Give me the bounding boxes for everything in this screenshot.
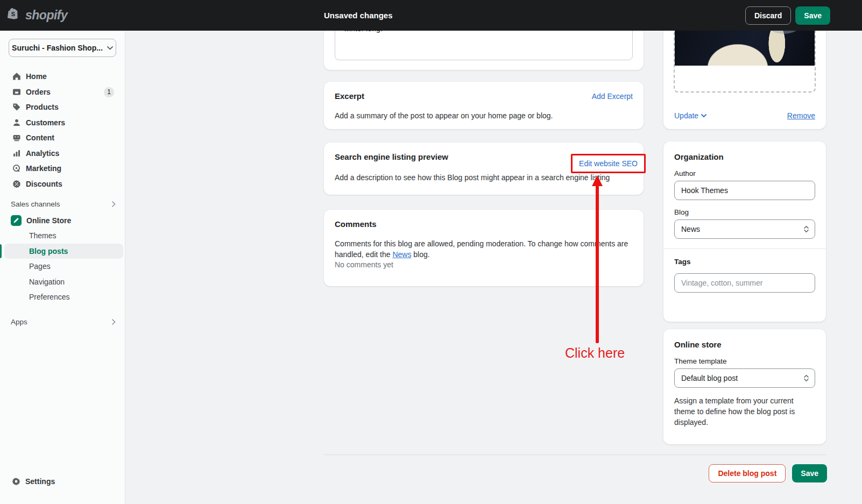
- seo-card: Search engine listing preview Edit websi…: [324, 143, 644, 195]
- theme-template-help: Assign a template from your current them…: [674, 395, 815, 428]
- sidebar-item-online-store[interactable]: Online Store: [0, 213, 125, 228]
- comments-title: Comments: [335, 219, 633, 229]
- online-store-icon: [11, 215, 22, 226]
- sidebar-item-marketing[interactable]: Marketing: [0, 161, 125, 176]
- comments-description: Comments for this blog are allowed, pend…: [335, 239, 633, 260]
- home-icon: [12, 72, 21, 81]
- customers-icon: [12, 118, 21, 127]
- comments-status: No comments yet: [335, 260, 633, 271]
- excerpt-title: Excerpt: [335, 91, 364, 101]
- seo-description: Add a description to see how this Blog p…: [335, 173, 633, 183]
- discard-button[interactable]: Discard: [745, 6, 791, 25]
- main-nav: Home Orders 1 Products Customers Conte: [0, 69, 125, 191]
- sidebar: Suruchi - Fashion Shop... Home Orders 1 …: [0, 31, 125, 504]
- online-store-title: Online store: [674, 340, 815, 349]
- footer-divider: [324, 455, 827, 455]
- chevron-down-icon: [701, 114, 706, 118]
- select-updown-icon: [803, 225, 809, 233]
- blog-label: Blog: [674, 208, 815, 216]
- sidebar-item-home[interactable]: Home: [0, 69, 125, 84]
- topbar: S shopify Unsaved changes Discard Save: [0, 0, 862, 31]
- update-image-dropdown[interactable]: Update: [674, 111, 706, 120]
- online-store-card: Online store Theme template Default blog…: [663, 329, 826, 444]
- delete-blog-post-button[interactable]: Delete blog post: [709, 464, 786, 482]
- author-label: Author: [674, 169, 815, 178]
- excerpt-card: Excerpt Add Excerpt Add a summary of the…: [324, 82, 644, 129]
- analytics-icon: [12, 148, 21, 158]
- chevron-right-icon: [112, 319, 116, 325]
- chevron-down-icon: [107, 46, 113, 50]
- save-button-bottom[interactable]: Save: [792, 464, 827, 482]
- add-excerpt-link[interactable]: Add Excerpt: [592, 92, 633, 101]
- settings-gear-icon: [12, 477, 20, 486]
- organization-title: Organization: [674, 152, 815, 161]
- select-updown-icon: [803, 374, 809, 382]
- orders-icon: [12, 87, 21, 96]
- products-icon: [12, 103, 21, 112]
- sidebar-item-analytics[interactable]: Analytics: [0, 146, 125, 161]
- tags-input[interactable]: [674, 273, 815, 293]
- orders-count-badge: 1: [104, 87, 114, 97]
- sidebar-item-orders[interactable]: Orders 1: [0, 84, 125, 100]
- content-icon: [12, 133, 21, 143]
- news-blog-link[interactable]: News: [392, 250, 411, 259]
- sales-channels-header[interactable]: Sales channels: [0, 198, 125, 209]
- sidebar-item-discounts[interactable]: Discounts: [0, 176, 125, 192]
- sidebar-item-navigation[interactable]: Navigation: [4, 274, 123, 290]
- edit-website-seo-link[interactable]: Edit website SEO: [579, 159, 638, 168]
- remove-image-link[interactable]: Remove: [787, 111, 815, 120]
- sidebar-item-settings[interactable]: Settings: [0, 474, 125, 489]
- seo-title: Search engine listing preview: [335, 152, 448, 161]
- comments-card: Comments Comments for this blog are allo…: [324, 210, 644, 286]
- organization-card: Organization Author Blog News Tags: [663, 141, 826, 322]
- svg-text:S: S: [11, 11, 15, 17]
- shopify-wordmark: shopify: [25, 8, 67, 23]
- annotation-highlight-box: Edit website SEO: [571, 154, 646, 173]
- sidebar-item-customers[interactable]: Customers: [0, 115, 125, 131]
- sidebar-item-blog-posts[interactable]: Blog posts: [4, 244, 123, 259]
- discounts-icon: [12, 179, 21, 188]
- annotation-text: Click here: [565, 345, 625, 361]
- excerpt-description: Add a summary of the post to appear on y…: [335, 111, 633, 122]
- marketing-icon: [12, 164, 21, 173]
- theme-template-label: Theme template: [674, 357, 815, 365]
- sidebar-item-content[interactable]: Content: [0, 130, 125, 146]
- apps-header[interactable]: Apps: [0, 316, 125, 327]
- shopify-bag-icon: S: [8, 8, 22, 24]
- chevron-right-icon: [112, 201, 116, 207]
- blog-select[interactable]: News: [674, 219, 815, 239]
- sidebar-item-products[interactable]: Products: [0, 100, 125, 115]
- sidebar-item-preferences[interactable]: Preferences: [4, 289, 123, 305]
- card-section-divider: [663, 249, 826, 249]
- tags-label: Tags: [674, 258, 815, 266]
- sidebar-item-themes[interactable]: Themes: [4, 228, 123, 244]
- theme-template-select[interactable]: Default blog post: [674, 368, 815, 388]
- page-title: Unsaved changes: [324, 11, 393, 20]
- store-selector[interactable]: Suruchi - Fashion Shop...: [9, 39, 116, 57]
- author-input[interactable]: [674, 181, 815, 200]
- sidebar-item-pages[interactable]: Pages: [4, 259, 123, 274]
- store-selector-label: Suruchi - Fashion Shop...: [12, 44, 103, 52]
- save-button-top[interactable]: Save: [795, 6, 830, 25]
- shopify-logo[interactable]: S shopify: [8, 0, 67, 31]
- selected-indicator: [0, 244, 2, 258]
